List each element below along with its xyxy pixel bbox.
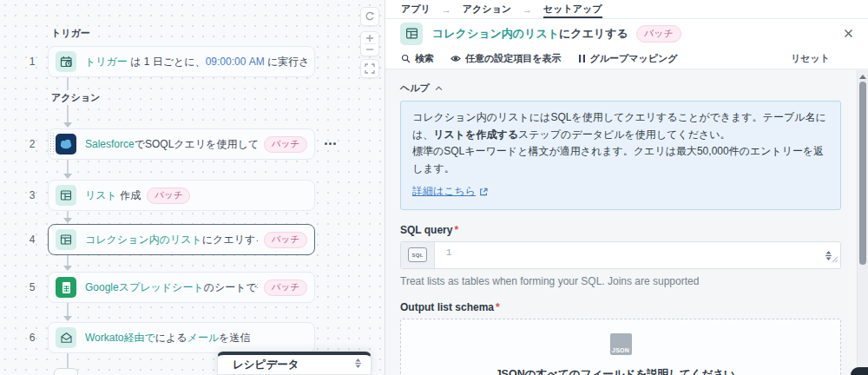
connector-line — [67, 211, 69, 218]
search-label: 検索 — [415, 52, 434, 65]
step-number: 1 — [24, 56, 40, 68]
optional-fields-label: 任意の設定項目を表示 — [465, 52, 562, 65]
connector-arrow-icon — [63, 266, 72, 271]
step-number: 3 — [24, 189, 40, 201]
step-title: トリガー は 1 日ごとに、09:00:00 AM に実行されます — [85, 55, 307, 69]
connector-line — [67, 255, 69, 266]
step-title: Googleスプレッドシートのシートで複数の行を更新 — [85, 280, 258, 295]
batch-badge: バッチ — [636, 25, 681, 43]
help-widget-corner[interactable] — [851, 367, 868, 375]
step-title: Workato経由でによるメールを送信 — [85, 331, 250, 345]
show-optional-fields-button[interactable]: 任意の設定項目を表示 — [450, 52, 562, 65]
connector-line — [67, 303, 69, 316]
breadcrumb-arrow-icon: → — [442, 4, 451, 15]
batch-badge: バッチ — [264, 280, 307, 296]
step-title: リスト 作成 — [85, 188, 141, 203]
step-card-query-lists[interactable]: コレクション内のリストにクエリする バッチ — [48, 224, 315, 255]
panel-expand-stepper-icon[interactable] — [354, 357, 362, 372]
scrollbar-thumb[interactable] — [859, 82, 866, 265]
sql-query-input[interactable]: SQL 1 — [400, 241, 841, 269]
required-asterisk: * — [454, 224, 458, 236]
scroll-up-icon[interactable] — [859, 75, 866, 79]
step-number: 2 — [24, 138, 40, 150]
zoom-out-button[interactable] — [361, 44, 378, 56]
panel-scrollbar[interactable] — [857, 70, 868, 375]
step-more-menu-button[interactable] — [321, 137, 339, 149]
breadcrumb-arrow-icon: → — [523, 4, 532, 15]
external-link-icon — [479, 188, 488, 196]
search-fields-button[interactable]: 検索 — [401, 52, 434, 65]
salesforce-icon — [56, 134, 76, 155]
resize-handle[interactable] — [832, 251, 838, 266]
json-file-icon: JSON — [610, 333, 632, 355]
step-number: 4 — [24, 234, 40, 246]
tab-action[interactable]: アクション — [463, 0, 511, 18]
step-card-send-email[interactable]: Workato経由でによるメールを送信 — [48, 322, 315, 353]
group-mapping-button[interactable]: グループマッピング — [578, 52, 678, 65]
workato-recipe-editor: トリガー アクション 1 2 3 4 5 6 — [0, 0, 868, 375]
batch-badge: バッチ — [264, 232, 307, 248]
drag-handle[interactable] — [49, 132, 54, 156]
fit-view-button[interactable] — [360, 59, 379, 78]
connector-arrow-icon — [63, 122, 72, 128]
step-number: 6 — [24, 332, 40, 344]
connector-line — [67, 160, 69, 174]
step-card-salesforce-search[interactable]: SalesforceでSOQLクエリを使用してレコードを検索 バッチ — [48, 128, 315, 160]
connector-arrow-icon — [63, 316, 72, 321]
email-icon — [56, 327, 76, 348]
connector-arrow-icon — [63, 218, 72, 223]
connector-arrow-icon — [63, 174, 72, 179]
collection-icon — [56, 229, 76, 250]
reset-button[interactable]: リセット — [791, 52, 830, 65]
calendar-clock-icon — [56, 51, 76, 72]
next-step-card-partial[interactable] — [54, 368, 78, 375]
step-card-trigger[interactable]: トリガー は 1 日ごとに、09:00:00 AM に実行されます — [48, 46, 315, 77]
help-label: ヘルプ — [400, 82, 430, 95]
step-card-create-list[interactable]: リスト 作成 バッチ — [48, 180, 315, 211]
google-sheets-icon — [56, 277, 76, 298]
zoom-in-button[interactable] — [361, 32, 378, 43]
config-breadcrumb-tabs: アプリ → アクション → セットアップ — [385, 0, 868, 19]
recipe-data-title: レシピデータ — [233, 358, 354, 372]
help-collapse-toggle[interactable]: ヘルプ — [400, 82, 452, 95]
actions-section-label: アクション — [48, 90, 103, 105]
help-text-box: コレクション内のリストにはSQLを使用してクエリすることができます。テーブル名に… — [400, 101, 841, 210]
chevron-up-icon — [435, 86, 443, 91]
close-icon[interactable] — [840, 26, 856, 42]
panel-title: コレクション内のリストにクエリする — [432, 26, 628, 42]
zoom-controls — [360, 31, 379, 56]
schema-description: JSONのすべてのフィールドを説明してください。 — [401, 367, 840, 375]
sql-query-label: SQL query* — [400, 224, 841, 236]
collection-icon — [400, 23, 423, 45]
sql-editor-gutter: SQL — [401, 242, 435, 268]
batch-badge: バッチ — [264, 136, 307, 153]
reset-view-button[interactable] — [360, 7, 379, 26]
trigger-section-label: トリガー — [48, 26, 94, 41]
step-title: コレクション内のリストにクエリする — [85, 233, 258, 247]
recipe-canvas[interactable]: トリガー アクション 1 2 3 4 5 6 — [0, 0, 385, 375]
config-body: ヘルプ コレクション内のリストにはSQLを使用してクエリすることができます。テー… — [385, 69, 868, 375]
tab-app[interactable]: アプリ — [401, 0, 431, 18]
output-schema-label: Output list schema* — [400, 301, 841, 313]
panel-header: コレクション内のリストにクエリする バッチ — [385, 19, 868, 48]
recipe-data-panel[interactable]: レシピデータ — [217, 352, 372, 375]
help-paragraph-1: コレクション内のリストにはSQLを使用してクエリすることができます。テーブル名に… — [412, 109, 829, 143]
collection-icon — [56, 185, 76, 206]
step-number: 5 — [24, 281, 40, 293]
action-config-panel: アプリ → アクション → セットアップ コレクション内のリストにクエリする バ… — [385, 0, 868, 375]
sql-hint-text: Treat lists as tables when forming your … — [400, 275, 841, 287]
batch-badge: バッチ — [147, 188, 190, 204]
config-toolbar: 検索 任意の設定項目を表示 グループマッピング リセット — [385, 48, 868, 69]
line-number: 1 — [446, 247, 451, 268]
tab-setup[interactable]: セットアップ — [543, 0, 602, 18]
output-schema-dropzone: JSON JSONのすべてのフィールドを説明してください。 JSONを使用 また… — [400, 319, 841, 375]
step-card-sheets-update[interactable]: Googleスプレッドシートのシートで複数の行を更新 バッチ — [48, 272, 315, 303]
help-paragraph-2: 標準のSQLキーワードと構文が適用されます。クエリは最大50,000件のエントリ… — [412, 143, 829, 177]
step-title: SalesforceでSOQLクエリを使用してレコードを検索 — [85, 137, 258, 152]
sql-language-badge: SQL — [408, 247, 427, 262]
connector-line — [67, 353, 69, 368]
required-asterisk: * — [496, 301, 500, 313]
group-mapping-label: グループマッピング — [590, 52, 678, 65]
help-details-link[interactable]: 詳細はこちら — [412, 183, 476, 201]
